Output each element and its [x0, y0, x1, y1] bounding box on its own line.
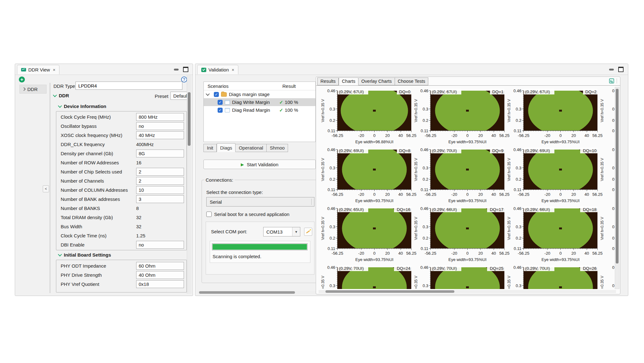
charts-vertical-scrollbar[interactable]	[615, 87, 619, 289]
scenario-row[interactable]: ✓Diag Read Margin✓100 %	[204, 106, 315, 114]
section-device-information[interactable]: Device Information	[58, 104, 106, 109]
validation-tabbar: Validation ×	[195, 64, 628, 75]
validation-horizontal-scrollbar[interactable]	[198, 291, 317, 294]
tab-operational[interactable]: Operational	[236, 144, 267, 152]
scenarios-column-header[interactable]: Scenarios	[204, 83, 229, 89]
chart-dq-label: DQ=2	[585, 89, 597, 94]
chart-tabs-divider	[316, 85, 620, 86]
field-label: Clock Cycle Freq (MHz)	[56, 114, 111, 120]
checkbox-checked-icon[interactable]: ✓	[218, 100, 223, 105]
tab-results[interactable]: Results	[317, 77, 339, 85]
minimize-icon[interactable]	[609, 69, 614, 71]
field-value[interactable]: 40 MHz	[136, 131, 184, 139]
eye-width-label: Eye width=93.75%UI	[355, 198, 393, 203]
scrollbar-thumb[interactable]	[199, 291, 295, 294]
chart-dq-label: DQ=9	[492, 148, 503, 153]
field-value[interactable]: 800 MHz	[136, 113, 184, 121]
scenario-label: Diag Read Margin	[232, 107, 270, 113]
folder-icon	[221, 92, 227, 97]
svg-text:0.11: 0.11	[421, 128, 428, 133]
preset-dropdown[interactable]: Default	[170, 92, 189, 100]
tab-overlay-charts[interactable]: Overlay Charts	[358, 77, 395, 85]
charts-horizontal-scrollbar[interactable]	[319, 290, 616, 293]
scenario-group-row[interactable]: ✓ Diags margin stage	[204, 90, 315, 98]
svg-text:0.3: 0.3	[330, 166, 335, 170]
scrollbar-thumb[interactable]	[188, 92, 191, 146]
tab-ddr-view[interactable]: DDR View ×	[17, 65, 59, 74]
field-label: Number of Channels	[56, 178, 104, 184]
svg-text:0.2: 0.2	[423, 236, 428, 241]
svg-text:-20: -20	[358, 251, 364, 256]
field-row: XOSC clock frequency (MHz)40 MHz	[56, 131, 186, 140]
svg-text:-20: -20	[451, 133, 457, 138]
close-icon[interactable]: ×	[53, 67, 55, 72]
result-column-header[interactable]: Result	[282, 83, 296, 89]
field-value[interactable]: 8G	[136, 150, 184, 157]
tab-diags[interactable]: Diags	[217, 143, 236, 152]
minimize-icon[interactable]	[174, 69, 179, 71]
chart-dq-label: DQ=17	[490, 207, 503, 212]
tab-choose-tests[interactable]: Choose Tests	[395, 77, 429, 85]
field-row: PHY Drive Strength40 Ohm	[56, 270, 186, 280]
checkbox-checked-icon[interactable]: ✓	[214, 92, 219, 97]
eye-diagram-DQ=24: 0.460.30.20.11Vref h=0.35 V-56.25-200204…	[321, 263, 416, 289]
svg-text:-20: -20	[358, 192, 364, 197]
close-icon[interactable]: ×	[232, 67, 234, 72]
field-value[interactable]: 10	[136, 186, 184, 194]
field-value[interactable]: no	[136, 122, 184, 130]
export-charts-icon[interactable]	[609, 78, 614, 83]
field-value[interactable]: 60 Ohm	[136, 262, 184, 270]
svg-text:0: 0	[612, 283, 614, 288]
checkbox-unchecked-icon[interactable]	[206, 212, 212, 217]
eye-diagram-DQ=1: 0.460.30.20.11Vref h=0.35 V-56.25-200204…	[414, 88, 509, 144]
ddr-vertical-scrollbar[interactable]	[187, 75, 192, 294]
expander-down-icon[interactable]	[206, 92, 210, 96]
maximize-icon[interactable]	[183, 67, 188, 72]
svg-text:0: 0	[612, 166, 614, 170]
add-ddr-button[interactable]: +	[19, 77, 25, 82]
start-validation-button[interactable]: ▶ Start Validation	[203, 160, 316, 169]
svg-text:40: 40	[398, 251, 403, 256]
com-port-dropdown[interactable]: COM13 ▼	[263, 227, 300, 236]
chevron-right-icon	[22, 87, 25, 91]
field-value[interactable]: 2	[136, 177, 184, 185]
chevron-down-icon	[58, 252, 62, 257]
checkbox-checked-icon[interactable]: ✓	[218, 108, 223, 113]
section-initial-board-settings[interactable]: Initial Board Settings	[58, 252, 111, 258]
svg-text:0.46: 0.46	[514, 147, 521, 152]
section-ddr[interactable]: DDR	[53, 93, 69, 98]
field-row: Clock Cycle Time (ns)1.25	[56, 231, 186, 240]
field-value[interactable]: no	[136, 241, 184, 249]
tab-init[interactable]: Init	[203, 144, 217, 152]
detect-port-button[interactable]	[304, 228, 312, 236]
field-row: PHY ODT Impedance60 Ohm	[56, 261, 186, 270]
maximize-icon[interactable]	[618, 67, 624, 72]
field-value[interactable]: 3	[136, 195, 184, 203]
chart-title: (0.29V, 67UI)	[339, 89, 364, 94]
scrollbar-thumb[interactable]	[325, 290, 454, 293]
chevron-down-icon	[58, 104, 62, 108]
ddr-type-input[interactable]	[75, 82, 182, 90]
field-value[interactable]: 0x18	[136, 280, 184, 288]
svg-text:-20: -20	[451, 251, 457, 256]
tab-validation[interactable]: Validation ×	[197, 65, 238, 74]
chart-dq-label: DQ=18	[583, 207, 597, 212]
scenario-row[interactable]: ✓Diag Write Margin✓100 %	[204, 98, 315, 106]
com-port-value: COM13	[264, 229, 292, 235]
connection-type-dropdown[interactable]: Serial	[206, 197, 314, 207]
device-info-group: Clock Cycle Freq (MHz)800 MHzOscillator …	[56, 111, 187, 250]
field-row: Number of Channels2	[56, 176, 186, 185]
collapse-tree-button[interactable]: <	[43, 185, 49, 192]
dropdown-arrow-icon[interactable]: ▼	[292, 227, 300, 236]
field-value[interactable]: 40 Ohm	[136, 271, 184, 279]
svg-text:0.3: 0.3	[330, 107, 335, 111]
sidebar-item-ddr[interactable]: DDR	[19, 85, 47, 94]
tab-charts[interactable]: Charts	[339, 77, 358, 85]
svg-text:Vref h=0.35 V: Vref h=0.35 V	[507, 217, 511, 240]
tab-shmoo[interactable]: Shmoo	[267, 144, 288, 152]
scrollbar-thumb[interactable]	[616, 89, 619, 264]
svg-text:0: 0	[612, 224, 614, 229]
svg-text:0.46: 0.46	[514, 265, 521, 270]
field-value[interactable]: 2	[136, 168, 184, 176]
ddr-view-panel: DDR View × + ? DDR < DDR Type: DDR Prese…	[15, 64, 193, 296]
